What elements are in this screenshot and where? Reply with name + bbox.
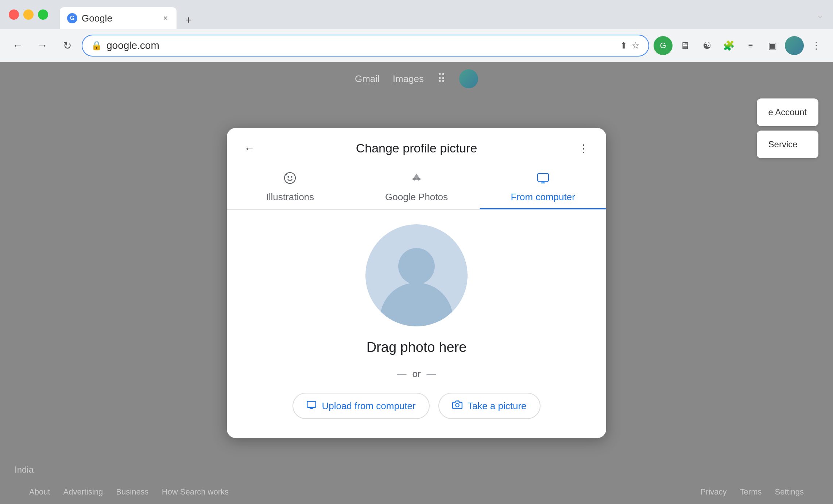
or-divider: or [397, 368, 436, 380]
upload-from-computer-button[interactable]: Upload from computer [292, 393, 429, 419]
avatar-preview [365, 224, 468, 326]
active-tab[interactable]: G Google × [60, 7, 177, 29]
browser-toolbar: ← → ↻ 🔒 google.com ⬆ ☆ G 🖥 ☯ 🧩 ≡ ▣ ⋮ [0, 29, 833, 62]
from-computer-icon [536, 171, 550, 188]
reload-button[interactable]: ↻ [57, 35, 77, 56]
browser-titlebar: G Google × + ⌄ [0, 0, 833, 29]
google-photos-icon [410, 171, 423, 188]
lock-icon: 🔒 [91, 40, 102, 51]
extension-list-icon[interactable]: ≡ [741, 36, 760, 55]
from-computer-label: From computer [511, 191, 575, 203]
tab-close-button[interactable]: × [162, 12, 169, 24]
or-text: or [412, 368, 421, 380]
take-picture-button[interactable]: Take a picture [438, 393, 541, 419]
traffic-lights [9, 9, 48, 20]
maximize-traffic-light[interactable] [38, 9, 48, 20]
svg-point-2 [291, 176, 293, 178]
tab-title: Google [82, 13, 157, 24]
minimize-traffic-light[interactable] [23, 9, 34, 20]
illustrations-label: Illustrations [266, 191, 314, 203]
modal-actions: Upload from computer Take a picture [292, 393, 540, 419]
back-button[interactable]: ← [7, 35, 28, 56]
svg-point-3 [286, 174, 287, 175]
address-bar[interactable]: 🔒 google.com ⬆ ☆ [82, 35, 649, 57]
extension-theme-icon[interactable]: ☯ [697, 36, 716, 55]
avatar-head [398, 248, 435, 284]
modal-overlay: ← Change profile picture ⋮ [0, 62, 833, 504]
profile-avatar-button[interactable] [785, 36, 804, 55]
svg-rect-7 [307, 401, 316, 407]
toolbar-actions: G 🖥 ☯ 🧩 ≡ ▣ ⋮ [654, 36, 826, 55]
tab-favicon: G [67, 13, 77, 23]
svg-point-0 [284, 172, 295, 183]
google-photos-label: Google Photos [385, 191, 448, 203]
forward-button[interactable]: → [32, 35, 53, 56]
upload-button-label: Upload from computer [322, 400, 415, 412]
new-tab-button[interactable]: + [179, 11, 198, 29]
tab-from-computer[interactable]: From computer [480, 164, 606, 209]
svg-point-10 [456, 403, 459, 407]
extension-monitor-icon[interactable]: 🖥 [675, 36, 694, 55]
modal-more-button[interactable]: ⋮ [574, 139, 593, 158]
address-text: google.com [106, 40, 616, 51]
tab-bar: G Google × + [60, 0, 824, 29]
modal-tabs: Illustrations Google Photos [227, 164, 606, 210]
modal-back-button[interactable]: ← [240, 139, 259, 158]
camera-icon [452, 400, 462, 412]
change-profile-picture-modal: ← Change profile picture ⋮ [227, 128, 606, 438]
extension-google-icon[interactable]: G [654, 36, 673, 55]
modal-title: Change profile picture [356, 141, 477, 155]
share-icon[interactable]: ⬆ [620, 40, 627, 51]
avatar-body [380, 283, 453, 326]
tab-google-photos[interactable]: Google Photos [353, 164, 480, 209]
close-traffic-light[interactable] [9, 9, 19, 20]
page-background: Gmail Images ⠿ e Account Service India ←… [0, 62, 833, 504]
svg-point-1 [288, 176, 290, 178]
modal-body: Drag photo here or [227, 210, 606, 438]
tab-illustrations[interactable]: Illustrations [227, 164, 353, 209]
camera-button-label: Take a picture [468, 400, 527, 412]
svg-rect-4 [538, 174, 549, 181]
upload-icon [306, 400, 317, 412]
bookmark-icon[interactable]: ☆ [632, 40, 640, 51]
extension-sidebar-icon[interactable]: ▣ [763, 36, 782, 55]
extension-puzzle-icon[interactable]: 🧩 [719, 36, 738, 55]
expand-button[interactable]: ⌄ [816, 9, 824, 21]
modal-header: ← Change profile picture ⋮ [227, 128, 606, 155]
browser-frame: G Google × + ⌄ ← → ↻ 🔒 google.com ⬆ ☆ G … [0, 0, 833, 504]
illustrations-icon [283, 171, 297, 188]
drag-photo-text: Drag photo here [367, 340, 467, 355]
menu-button[interactable]: ⋮ [807, 36, 826, 55]
